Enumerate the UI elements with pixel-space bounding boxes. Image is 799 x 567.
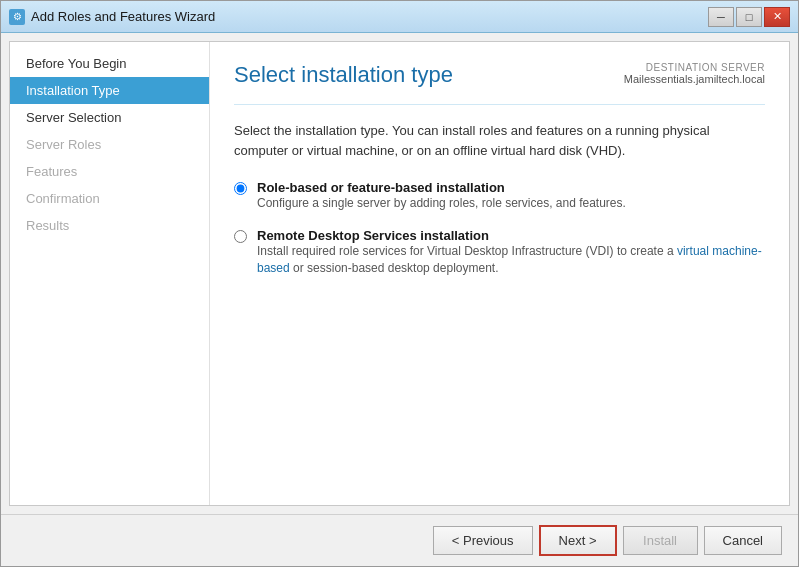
sidebar-item-server-roles: Server Roles: [10, 131, 209, 158]
role-based-radio[interactable]: [234, 182, 247, 195]
right-panel: Select installation type DESTINATION SER…: [210, 42, 789, 505]
remote-desktop-content: Remote Desktop Services installation Ins…: [257, 228, 765, 277]
sidebar-item-confirmation: Confirmation: [10, 185, 209, 212]
page-header: Select installation type DESTINATION SER…: [234, 62, 765, 88]
title-bar: ⚙ Add Roles and Features Wizard ─ □ ✕: [1, 1, 798, 33]
sidebar-item-before-you-begin[interactable]: Before You Begin: [10, 50, 209, 77]
previous-button[interactable]: < Previous: [433, 526, 533, 555]
remote-desktop-title[interactable]: Remote Desktop Services installation: [257, 228, 489, 243]
role-based-desc: Configure a single server by adding role…: [257, 195, 626, 212]
option-remote-desktop: Remote Desktop Services installation Ins…: [234, 228, 765, 277]
option-role-based: Role-based or feature-based installation…: [234, 180, 765, 212]
header-divider: [234, 104, 765, 105]
close-button[interactable]: ✕: [764, 7, 790, 27]
destination-value: Mailessentials.jamiltech.local: [624, 73, 765, 85]
cancel-button[interactable]: Cancel: [704, 526, 782, 555]
window-title: Add Roles and Features Wizard: [31, 9, 215, 24]
wizard-window: ⚙ Add Roles and Features Wizard ─ □ ✕ Be…: [0, 0, 799, 567]
window-icon: ⚙: [9, 9, 25, 25]
main-content: Before You Begin Installation Type Serve…: [9, 41, 790, 506]
sidebar-item-features: Features: [10, 158, 209, 185]
remote-desktop-desc: Install required role services for Virtu…: [257, 243, 765, 277]
installation-options: Role-based or feature-based installation…: [234, 180, 765, 276]
minimize-button[interactable]: ─: [708, 7, 734, 27]
sidebar-item-server-selection[interactable]: Server Selection: [10, 104, 209, 131]
footer: < Previous Next > Install Cancel: [1, 514, 798, 566]
remote-desktop-radio[interactable]: [234, 230, 247, 243]
role-based-title[interactable]: Role-based or feature-based installation: [257, 180, 505, 195]
maximize-button[interactable]: □: [736, 7, 762, 27]
content-area: Before You Begin Installation Type Serve…: [1, 33, 798, 566]
page-title: Select installation type: [234, 62, 453, 88]
sidebar-item-results: Results: [10, 212, 209, 239]
sidebar-item-installation-type[interactable]: Installation Type: [10, 77, 209, 104]
next-button[interactable]: Next >: [539, 525, 617, 556]
install-button: Install: [623, 526, 698, 555]
destination-label: DESTINATION SERVER: [624, 62, 765, 73]
role-based-content: Role-based or feature-based installation…: [257, 180, 626, 212]
title-bar-controls: ─ □ ✕: [708, 7, 790, 27]
vdi-link[interactable]: virtual machine-based: [257, 244, 762, 275]
title-bar-left: ⚙ Add Roles and Features Wizard: [9, 9, 215, 25]
page-description: Select the installation type. You can in…: [234, 121, 765, 160]
sidebar: Before You Begin Installation Type Serve…: [10, 42, 210, 505]
destination-server-info: DESTINATION SERVER Mailessentials.jamilt…: [624, 62, 765, 85]
